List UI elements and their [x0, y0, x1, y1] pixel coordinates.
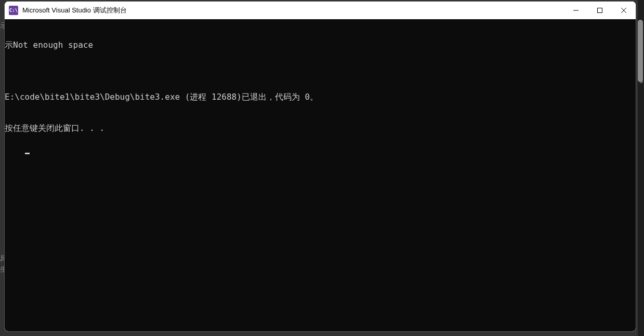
console-line: 示Not enough space: [5, 40, 636, 50]
outer-scrollbar-thumb[interactable]: [638, 20, 643, 82]
outer-scrollbar-track[interactable]: [639, 1, 643, 331]
console-window: C:\ Microsoft Visual Studio 调试控制台 示Not e…: [4, 1, 636, 332]
svg-rect-1: [598, 8, 602, 13]
maximize-icon: [597, 8, 602, 13]
console-line: E:\code\bite1\bite3\Debug\bite3.exe (进程 …: [5, 92, 636, 102]
close-button[interactable]: [612, 2, 636, 19]
text-cursor: [25, 153, 30, 154]
minimize-icon: [573, 8, 579, 13]
close-icon: [621, 8, 626, 13]
minimize-button[interactable]: [564, 2, 588, 19]
console-output[interactable]: 示Not enough space E:\code\bite1\bite3\De…: [5, 19, 636, 331]
app-icon: C:\: [9, 6, 18, 15]
titlebar[interactable]: C:\ Microsoft Visual Studio 调试控制台: [5, 2, 636, 19]
window-title: Microsoft Visual Studio 调试控制台: [22, 6, 564, 15]
window-controls: [564, 2, 636, 19]
console-line: 按任意键关闭此窗口. . .: [5, 123, 636, 133]
maximize-button[interactable]: [588, 2, 612, 19]
